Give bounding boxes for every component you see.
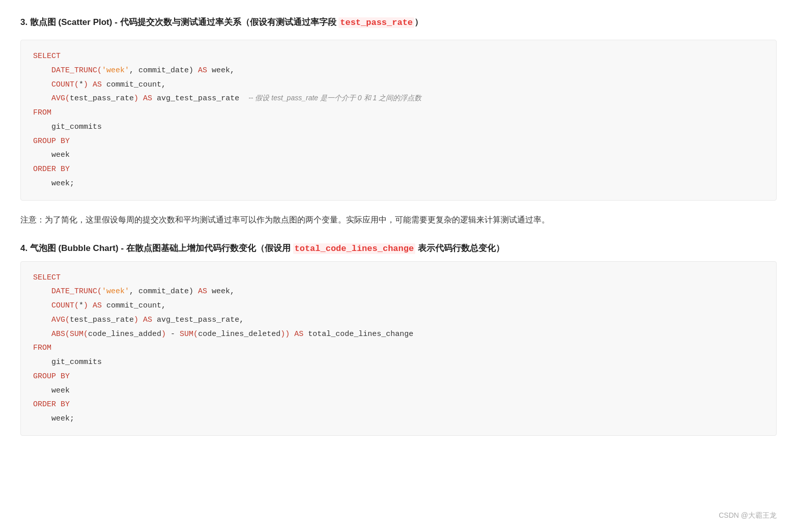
section4-highlight: total_code_lines_change — [293, 243, 416, 254]
code-line-select2: SELECT — [33, 271, 764, 285]
code-line-count1: COUNT(*) AS commit_count, — [33, 78, 764, 92]
section3-highlight: test_pass_rate — [338, 17, 414, 28]
section3-heading-end: ） — [414, 17, 423, 27]
code-line-table2: git_commits — [33, 355, 764, 370]
code-line-avg1: AVG(test_pass_rate) AS avg_test_pass_rat… — [33, 92, 764, 106]
code-line-from1: FROM — [33, 106, 764, 120]
code-line-week1: week — [33, 148, 764, 162]
code-line-count2: COUNT(*) AS commit_count, — [33, 299, 764, 313]
code-line-abs: ABS(SUM(code_lines_added) - SUM(code_lin… — [33, 327, 764, 342]
section4-code-block: SELECT DATE_TRUNC('week', commit_date) A… — [20, 261, 777, 436]
note3: 注意：为了简化，这里假设每周的提交次数和平均测试通过率可以作为散点图的两个变量。… — [20, 213, 777, 228]
section3-heading: 3. 散点图 (Scatter Plot) - 代码提交次数与测试通过率关系（假… — [20, 15, 777, 30]
code-line-table1: git_commits — [33, 120, 764, 134]
code-line-select1: SELECT — [33, 49, 764, 64]
code-line-week2: week — [33, 384, 764, 398]
code-line-groupby1: GROUP BY — [33, 134, 764, 149]
code-line-from2: FROM — [33, 341, 764, 355]
section4-heading-end: 表示代码行数总变化） — [415, 243, 504, 253]
section3-code-block: SELECT DATE_TRUNC('week', commit_date) A… — [20, 40, 777, 201]
code-line-orderby2: ORDER BY — [33, 398, 764, 412]
code-line-avg2: AVG(test_pass_rate) AS avg_test_pass_rat… — [33, 313, 764, 327]
section3-heading-text: 3. 散点图 (Scatter Plot) - 代码提交次数与测试通过率关系（假… — [20, 17, 338, 27]
code-line-week-semi1: week; — [33, 177, 764, 191]
section4-heading: 4. 气泡图 (Bubble Chart) - 在散点图基础上增加代码行数变化（… — [20, 241, 777, 256]
code-line-groupby2: GROUP BY — [33, 370, 764, 384]
code-line-week-semi2: week; — [33, 412, 764, 426]
code-line-orderby1: ORDER BY — [33, 162, 764, 177]
code-line-date-trunc2: DATE_TRUNC('week', commit_date) AS week, — [33, 285, 764, 299]
section4-heading-text: 4. 气泡图 (Bubble Chart) - 在散点图基础上增加代码行数变化（… — [20, 243, 293, 253]
code-line-date-trunc1: DATE_TRUNC('week', commit_date) AS week, — [33, 64, 764, 78]
note3-text: 注意：为了简化，这里假设每周的提交次数和平均测试通过率可以作为散点图的两个变量。… — [20, 215, 550, 224]
